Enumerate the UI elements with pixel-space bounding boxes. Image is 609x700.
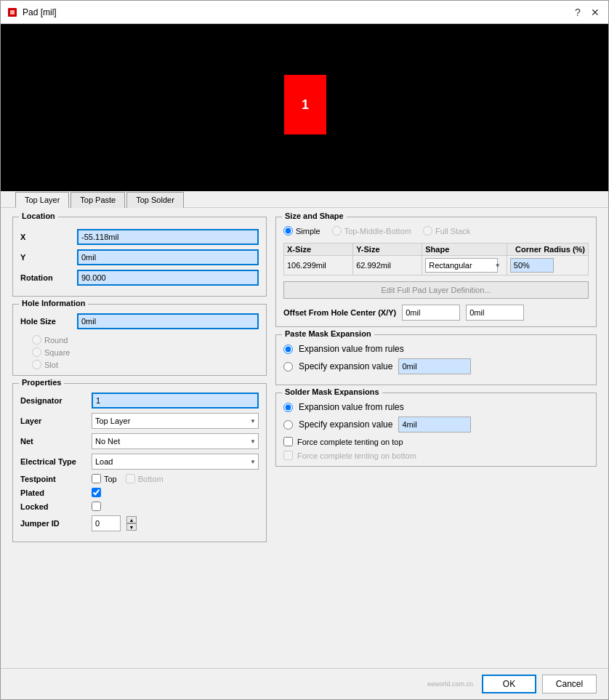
hole-information-group: Hole Information Hole Size Round Square bbox=[12, 304, 267, 376]
testpoint-bottom-item: Bottom bbox=[126, 474, 164, 483]
spinner-up-button[interactable]: ▲ bbox=[126, 516, 137, 523]
solder-expansion-from-rules-label: Expansion value from rules bbox=[299, 402, 404, 412]
solder-specify-expansion-label: Specify expansion value bbox=[299, 419, 392, 430]
properties-group: Properties Designator Layer Top Layer Bo… bbox=[12, 383, 267, 542]
square-label: Square bbox=[44, 348, 70, 357]
top-middle-bottom-option: Top-Middle-Bottom bbox=[332, 226, 411, 236]
testpoint-top-checkbox[interactable] bbox=[92, 474, 101, 483]
layer-label: Layer bbox=[20, 417, 86, 425]
solder-specify-expansion-radio[interactable] bbox=[283, 420, 293, 430]
x-size-input[interactable] bbox=[287, 258, 345, 273]
y-input[interactable] bbox=[77, 249, 259, 265]
square-option: Square bbox=[32, 347, 259, 357]
solder-mask-title: Solder Mask Expansions bbox=[282, 387, 382, 396]
solder-expansion-input[interactable] bbox=[398, 417, 471, 433]
tabs-area: Top Layer Top Paste Top Solder bbox=[1, 191, 608, 208]
solder-expansion-from-rules-radio[interactable] bbox=[283, 403, 293, 412]
edit-full-pad-button[interactable]: Edit Full Pad Layer Definition... bbox=[283, 281, 589, 299]
paste-mask-title: Paste Mask Expansion bbox=[282, 329, 374, 338]
hole-size-input[interactable] bbox=[77, 313, 259, 329]
testpoint-top-item: Top bbox=[92, 474, 117, 483]
shape-header: Shape bbox=[422, 244, 507, 256]
corner-radius-input[interactable] bbox=[510, 258, 554, 273]
tab-top-solder[interactable]: Top Solder bbox=[126, 192, 184, 208]
spinner-down-button[interactable]: ▼ bbox=[126, 523, 137, 531]
corner-radius-cell bbox=[507, 256, 588, 275]
offset-y-input[interactable] bbox=[466, 305, 524, 321]
title-bar-left: Pad [mil] bbox=[7, 7, 57, 18]
help-button[interactable]: ? bbox=[570, 5, 585, 20]
spinner-buttons: ▲ ▼ bbox=[126, 516, 137, 531]
preview-area: 1 bbox=[1, 24, 608, 191]
cancel-button[interactable]: Cancel bbox=[542, 675, 597, 693]
locked-checkbox[interactable] bbox=[92, 502, 101, 511]
testpoint-label: Testpoint bbox=[20, 475, 86, 483]
svg-rect-1 bbox=[10, 10, 15, 15]
round-label: Round bbox=[44, 336, 68, 345]
offset-row: Offset From Hole Center (X/Y) bbox=[283, 305, 589, 321]
shape-table-header: X-Size Y-Size Shape Corner Radius (%) bbox=[284, 244, 589, 256]
full-stack-radio[interactable] bbox=[423, 226, 432, 236]
solder-specify-expansion-row: Specify expansion value bbox=[283, 417, 589, 433]
force-tenting-bottom-checkbox[interactable] bbox=[283, 451, 293, 460]
round-radio[interactable] bbox=[32, 335, 41, 345]
testpoint-bottom-label: Bottom bbox=[138, 475, 164, 483]
top-middle-bottom-label: Top-Middle-Bottom bbox=[344, 227, 411, 236]
paste-expansion-from-rules-radio[interactable] bbox=[283, 345, 293, 354]
offset-x-input[interactable] bbox=[402, 305, 460, 321]
slot-radio[interactable] bbox=[32, 360, 41, 369]
shape-select[interactable]: Rectangular Round Octagonal bbox=[425, 258, 498, 273]
slot-option: Slot bbox=[32, 360, 259, 369]
rotation-label: Rotation bbox=[20, 273, 71, 282]
shape-cell: Rectangular Round Octagonal bbox=[422, 256, 507, 275]
testpoint-checkboxes: Top Bottom bbox=[92, 474, 164, 483]
ok-button[interactable]: OK bbox=[482, 675, 536, 693]
hole-size-row: Hole Size bbox=[20, 313, 259, 329]
force-tenting-bottom-label: Force complete tenting on bottom bbox=[297, 451, 416, 460]
y-row: Y bbox=[20, 249, 259, 265]
rotation-input[interactable] bbox=[77, 270, 259, 286]
size-shape-group: Size and Shape Simple Top-Middle-Bottom … bbox=[275, 217, 597, 327]
left-panel: Location X Y Rotation bbox=[12, 217, 267, 659]
window-title: Pad [mil] bbox=[23, 7, 57, 17]
paste-specify-expansion-radio[interactable] bbox=[283, 362, 293, 371]
jumper-id-control: ▲ ▼ bbox=[92, 515, 137, 531]
layer-select[interactable]: Top Layer Bottom Layer Multi-Layer bbox=[92, 413, 259, 429]
force-tenting-top-checkbox[interactable] bbox=[283, 437, 293, 446]
paste-specify-expansion-label: Specify expansion value bbox=[299, 361, 392, 371]
tab-top-layer[interactable]: Top Layer bbox=[15, 192, 69, 208]
net-select[interactable]: No Net bbox=[92, 433, 259, 449]
net-label: Net bbox=[20, 437, 86, 446]
watermark: eeworld.com.cn bbox=[427, 680, 473, 688]
locked-row: Locked bbox=[20, 502, 259, 511]
x-input[interactable] bbox=[77, 229, 259, 245]
hole-shape-group: Round Square Slot bbox=[20, 335, 259, 369]
solder-expansion-from-rules-row: Expansion value from rules bbox=[283, 402, 589, 412]
tab-top-paste[interactable]: Top Paste bbox=[70, 192, 125, 208]
electrical-type-select[interactable]: Load Source Terminator bbox=[92, 454, 259, 470]
jumper-id-input[interactable] bbox=[92, 515, 121, 531]
square-radio[interactable] bbox=[32, 347, 41, 357]
locked-label: Locked bbox=[20, 502, 86, 511]
top-middle-bottom-radio[interactable] bbox=[332, 226, 342, 236]
hole-size-label: Hole Size bbox=[20, 317, 71, 326]
plated-checkbox[interactable] bbox=[92, 488, 101, 497]
testpoint-bottom-checkbox[interactable] bbox=[126, 474, 135, 483]
y-size-input[interactable] bbox=[356, 258, 414, 273]
simple-radio[interactable] bbox=[283, 226, 293, 236]
bottom-bar: eeworld.com.cn OK Cancel bbox=[1, 668, 608, 699]
paste-expansion-from-rules-label: Expansion value from rules bbox=[299, 344, 404, 354]
size-shape-title: Size and Shape bbox=[282, 212, 347, 220]
force-tenting-bottom-row: Force complete tenting on bottom bbox=[283, 451, 589, 460]
jumper-id-row: Jumper ID ▲ ▼ bbox=[20, 515, 259, 531]
designator-input[interactable] bbox=[92, 393, 259, 409]
shape-select-wrapper: Rectangular Round Octagonal bbox=[425, 258, 504, 273]
x-label: X bbox=[20, 233, 71, 241]
x-size-header: X-Size bbox=[284, 244, 353, 256]
close-button[interactable]: ✕ bbox=[588, 5, 602, 20]
paste-expansion-input[interactable] bbox=[398, 358, 471, 374]
solder-mask-group: Solder Mask Expansions Expansion value f… bbox=[275, 393, 597, 467]
shape-type-row: Simple Top-Middle-Bottom Full Stack bbox=[283, 226, 589, 236]
y-size-cell bbox=[353, 256, 422, 275]
properties-title: Properties bbox=[19, 378, 64, 387]
